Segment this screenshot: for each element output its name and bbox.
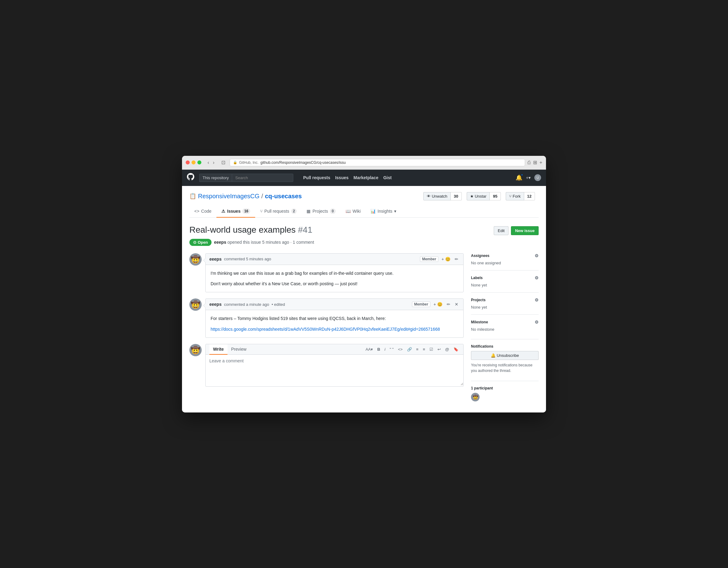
comment-2-avatar[interactable]: 🤠 (189, 298, 202, 311)
labels-gear-icon[interactable]: ⚙ (535, 275, 539, 280)
projects-section: Projects ⚙ None yet (471, 292, 539, 314)
add-tab-button[interactable]: + (540, 160, 542, 165)
share-button[interactable]: ⎙ (528, 160, 531, 165)
participant-avatar[interactable]: 🤠 (471, 393, 480, 401)
close-button[interactable] (186, 160, 190, 164)
code-button[interactable]: <> (397, 346, 404, 352)
comment-1-header-right: Member + 😊 ✏ (420, 256, 460, 262)
edit-comment-button-1[interactable]: ✏ (453, 256, 460, 262)
comment-2-link[interactable]: https://docs.google.com/spreadsheets/d/1… (211, 327, 440, 332)
ordered-list-button[interactable]: ≡ (421, 346, 426, 352)
nav-gist[interactable]: Gist (383, 175, 392, 180)
issue-title-text: Real-world usage examples (189, 225, 296, 235)
tab-code[interactable]: <> Code (189, 205, 216, 218)
repo-name-link[interactable]: cq-usecases (265, 193, 302, 200)
github-logo[interactable] (187, 173, 194, 182)
delete-comment-button-2[interactable]: ✕ (453, 301, 460, 307)
milestone-label: Milestone ⚙ (471, 320, 539, 325)
milestone-section: Milestone ⚙ No milestone (471, 314, 539, 337)
search-context-button[interactable]: This repository (199, 174, 232, 182)
unstar-button[interactable]: ★ Unstar (467, 192, 490, 200)
fork-count[interactable]: 12 (524, 192, 535, 200)
sidebar-toggle-button[interactable]: ⊡ (220, 159, 227, 166)
comment-1-para-2: Don't worry about whether it's a New Use… (211, 280, 458, 287)
edit-button[interactable]: Edit (494, 226, 508, 235)
notification-description: You're receiving notifications because y… (471, 362, 539, 373)
unwatch-button[interactable]: 👁 Unwatch (423, 192, 451, 200)
search-input[interactable] (232, 174, 293, 182)
task-list-button[interactable]: ☑ (428, 346, 434, 352)
repo-header: 📋 ResponsiveImagesCG / cq-usecases 👁 Unw… (189, 192, 539, 200)
assignees-value: No one assigned (471, 261, 539, 265)
projects-gear-icon[interactable]: ⚙ (535, 298, 539, 302)
nav-issues[interactable]: Issues (335, 175, 349, 180)
new-tab-button[interactable]: ⊞ (533, 160, 537, 165)
projects-label: Projects ⚙ (471, 298, 539, 302)
address-bar[interactable]: 🔒 GitHub, Inc. github.com/ResponsiveImag… (230, 159, 525, 166)
nav-pull-requests[interactable]: Pull requests (303, 175, 330, 180)
back-button[interactable]: ‹ (206, 159, 210, 166)
emoji-button-1[interactable]: + 😊 (440, 256, 452, 262)
edit-comment-button-2[interactable]: ✏ (445, 301, 452, 307)
nav-actions: 🔔 +▾ U (516, 174, 541, 181)
preview-tab[interactable]: Preview (227, 344, 250, 355)
tab-insights[interactable]: 📊 Insights ▾ (366, 205, 401, 218)
new-issue-button[interactable]: New issue (511, 226, 539, 235)
assignees-gear-icon[interactable]: ⚙ (535, 253, 539, 258)
repo-tabs: <> Code ⚠ Issues 16 ⑂ Pull requests 2 ▦ … (189, 205, 539, 218)
comment-2-author[interactable]: eeeps (209, 302, 222, 307)
minimize-button[interactable] (192, 160, 196, 164)
participants-section: 1 participant 🤠 (471, 381, 539, 406)
comment-2-header-right: Member + 😊 ✏ ✕ (412, 301, 460, 307)
repo-owner-link[interactable]: ResponsiveImagesCG (198, 193, 259, 200)
comment-1-box: eeeps commented 5 minutes ago Member + 😊… (205, 253, 464, 293)
notification-dot (521, 174, 523, 176)
link-button[interactable]: 🔗 (406, 346, 413, 352)
tab-issues-label: Issues (227, 209, 241, 214)
reply-toolbar: AA▾ B i " " <> 🔗 ≡ ≡ ☑ ↩ @ (364, 346, 460, 352)
tab-insights-label: Insights (378, 209, 392, 214)
unordered-list-button[interactable]: ≡ (415, 346, 420, 352)
reply-textarea[interactable] (206, 355, 463, 385)
italic-button[interactable]: i (383, 346, 387, 352)
tab-issues[interactable]: ⚠ Issues 16 (216, 205, 255, 218)
comment-1-author[interactable]: eeeps (209, 257, 222, 262)
notifications-bell[interactable]: 🔔 (516, 174, 522, 181)
insights-icon: 📊 (370, 209, 376, 214)
milestone-gear-icon[interactable]: ⚙ (535, 320, 539, 325)
star-count[interactable]: 95 (490, 192, 501, 200)
heading-button[interactable]: AA▾ (364, 346, 374, 352)
comment-1-avatar[interactable]: 🤠 (189, 253, 202, 266)
issue-author[interactable]: eeeps (214, 240, 226, 245)
plus-menu[interactable]: +▾ (526, 175, 531, 180)
tab-wiki[interactable]: 📖 Wiki (341, 205, 366, 218)
mention-button[interactable]: @ (444, 346, 450, 352)
nav-marketplace[interactable]: Marketplace (354, 175, 378, 180)
browser-window: ‹ › ⊡ 🔒 GitHub, Inc. github.com/Responsi… (182, 156, 546, 412)
fork-button[interactable]: ⑂ Fork (506, 192, 524, 200)
issue-opened-text: opened this issue 5 minutes ago · 1 comm… (227, 240, 314, 245)
reply-button[interactable]: ↩ (436, 346, 442, 352)
comment-1-body: I'm thinking we can use this issue as a … (206, 265, 463, 292)
forward-button[interactable]: › (212, 159, 216, 166)
unsubscribe-button[interactable]: 🔔 Unsubscribe (471, 351, 539, 360)
emoji-button-2[interactable]: + 😊 (432, 301, 444, 307)
browser-chrome: ‹ › ⊡ 🔒 GitHub, Inc. github.com/Responsi… (182, 156, 546, 170)
tab-pull-requests[interactable]: ⑂ Pull requests 2 (255, 205, 302, 218)
reply-avatar[interactable]: 🤠 (189, 344, 202, 356)
maximize-button[interactable] (197, 160, 201, 164)
labels-section: Labels ⚙ None yet (471, 270, 539, 292)
bold-button[interactable]: B (376, 346, 381, 352)
labels-value: None yet (471, 283, 539, 287)
issue-main: 🤠 eeeps commented 5 minutes ago Member +… (189, 253, 464, 406)
pr-count: 2 (291, 208, 297, 214)
quote-button[interactable]: " " (389, 346, 395, 352)
bookmark-button[interactable]: 🔖 (452, 346, 460, 352)
write-tab[interactable]: Write (209, 344, 227, 355)
repo-actions: 👁 Unwatch 30 ★ Unstar 95 ⑂ Fork 12 (422, 192, 539, 200)
issue-meta: ⊙ Open eeeps opened this issue 5 minutes… (189, 239, 539, 246)
user-avatar[interactable]: U (534, 174, 541, 181)
traffic-lights (186, 160, 201, 164)
tab-projects[interactable]: ▦ Projects 0 (302, 205, 340, 218)
watch-count[interactable]: 30 (451, 192, 461, 200)
